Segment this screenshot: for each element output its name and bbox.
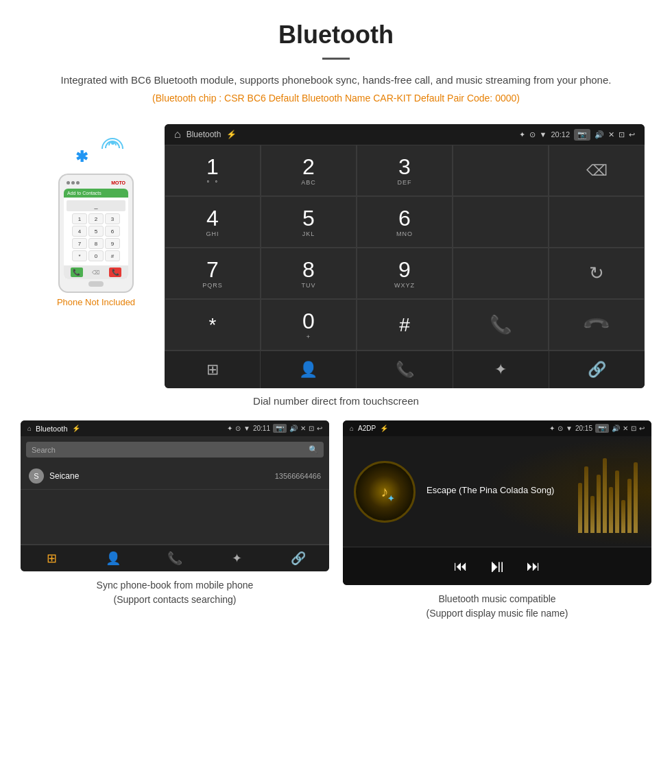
music-prev-button[interactable]: ⏮: [454, 558, 468, 574]
phone-body: MOTO Add to Contacts _ 1 2 3 4 5: [58, 174, 134, 293]
tab-contacts[interactable]: 👤: [261, 351, 357, 388]
phonebook-status-bar: ⌂ Bluetooth ⚡ ✦ ⊙ ▼ 20:11 📷 🔊 ✕ ⊡ ↩: [21, 420, 329, 436]
music-album-art: ♪ ✦: [354, 461, 416, 523]
time-display: 20:12: [551, 130, 570, 139]
music-controls: ⏮ ⏯ ⏭: [343, 547, 651, 585]
signal-icon: ▼: [540, 130, 547, 139]
pb-vol-icon: 🔊: [289, 425, 298, 432]
key-empty-1: [453, 145, 549, 196]
key-1[interactable]: 1 ⚬ ⚬: [165, 145, 261, 196]
page-title: Bluetooth: [41, 21, 631, 49]
pb-search-placeholder: Search: [32, 446, 56, 454]
contact-row[interactable]: S Seicane 13566664466: [21, 463, 329, 490]
music-bt-icon: ✦: [549, 425, 555, 432]
music-info: Escape (The Pina Colada Song): [427, 485, 554, 498]
pb-win-icon: ⊡: [309, 425, 314, 432]
pb-bt-icon: ✦: [227, 425, 232, 432]
camera-icon: 📷: [574, 129, 590, 141]
key-hangup[interactable]: 📞: [549, 299, 645, 351]
phone-mockup: ✱ MOTO Add to Contacts: [27, 138, 165, 307]
key-7[interactable]: 7 PQRS: [165, 248, 261, 299]
music-next-button[interactable]: ⏭: [527, 558, 540, 574]
key-star[interactable]: *: [165, 299, 261, 351]
key-hash[interactable]: #: [357, 299, 453, 351]
contact-name: Seicane: [49, 471, 275, 481]
pb-signal-icon: ▼: [243, 425, 250, 432]
tab-keypad[interactable]: ⊞: [165, 351, 261, 388]
phone-not-included: Phone Not Included: [57, 297, 135, 307]
tab-link[interactable]: 🔗: [549, 351, 645, 388]
music-time: 20:15: [575, 425, 592, 432]
music-back-icon: ↩: [639, 425, 645, 432]
bluetooth-icon: ✦: [519, 130, 525, 139]
home-icon: ⌂: [174, 128, 181, 141]
key-empty-3: [549, 196, 645, 248]
key-empty-2: [453, 196, 549, 248]
music-close-icon: ✕: [623, 425, 628, 432]
dial-screen-title: Bluetooth: [187, 130, 221, 139]
bottom-section: ⌂ Bluetooth ⚡ ✦ ⊙ ▼ 20:11 📷 🔊 ✕ ⊡ ↩: [0, 420, 672, 621]
pb-loc-icon: ⊙: [235, 425, 241, 432]
pb-tab-contacts[interactable]: 👤: [82, 551, 144, 566]
music-title: A2DP: [358, 425, 376, 432]
pb-tab-link[interactable]: 🔗: [267, 551, 329, 566]
location-icon: ⊙: [529, 130, 536, 139]
pb-tab-keypad[interactable]: ⊞: [21, 551, 82, 566]
key-call[interactable]: 📞: [453, 299, 549, 351]
key-6[interactable]: 6 MNO: [357, 196, 453, 248]
key-empty-4: [453, 248, 549, 299]
music-usb-icon: ⚡: [380, 425, 388, 432]
pb-close-icon: ✕: [300, 425, 306, 432]
key-2[interactable]: 2 ABC: [261, 145, 357, 196]
contact-letter: S: [29, 468, 44, 484]
phonebook-screen: ⌂ Bluetooth ⚡ ✦ ⊙ ▼ 20:11 📷 🔊 ✕ ⊡ ↩: [21, 420, 329, 571]
volume-icon: 🔊: [595, 130, 604, 139]
key-0[interactable]: 0 +: [261, 299, 357, 351]
music-loc-icon: ⊙: [557, 425, 563, 432]
key-8[interactable]: 8 TUV: [261, 248, 357, 299]
key-3[interactable]: 3 DEF: [357, 145, 453, 196]
usb-icon: ⚡: [226, 130, 237, 139]
music-screen: ⌂ A2DP ⚡ ✦ ⊙ ▼ 20:15 📷 🔊 ✕ ⊡ ↩: [343, 420, 651, 585]
page-header: Bluetooth Integrated with BC6 Bluetooth …: [0, 0, 672, 124]
pb-back-icon: ↩: [317, 425, 322, 432]
tab-bluetooth[interactable]: ✦: [453, 351, 549, 388]
keypad-grid: 1 ⚬ ⚬ 2 ABC 3 DEF ⌫ 4 GHI: [165, 145, 645, 351]
dial-screen: ⌂ Bluetooth ⚡ ✦ ⊙ ▼ 20:12 📷 🔊 ✕ ⊡ ↩: [165, 124, 645, 388]
pb-tab-calls[interactable]: 📞: [144, 551, 206, 566]
dial-caption: Dial number direct from touchscreen: [0, 395, 672, 407]
dial-status-bar: ⌂ Bluetooth ⚡ ✦ ⊙ ▼ 20:12 📷 🔊 ✕ ⊡ ↩: [165, 124, 645, 145]
phonebook-caption: Sync phone-book from mobile phone (Suppo…: [21, 578, 329, 607]
pb-search-bar[interactable]: Search 🔍: [26, 442, 324, 458]
music-win-icon: ⊡: [631, 425, 636, 432]
back-icon: ↩: [629, 130, 635, 139]
pb-bottom-tabs: ⊞ 👤 📞 ✦ 🔗: [21, 545, 329, 571]
key-9[interactable]: 9 WXYZ: [357, 248, 453, 299]
page-description: Integrated with BC6 Bluetooth module, su…: [41, 72, 631, 88]
music-status-bar: ⌂ A2DP ⚡ ✦ ⊙ ▼ 20:15 📷 🔊 ✕ ⊡ ↩: [343, 420, 651, 436]
search-icon: 🔍: [309, 445, 318, 454]
music-signal-icon: ▼: [566, 425, 573, 432]
tab-calls[interactable]: 📞: [357, 351, 453, 388]
pb-usb-icon: ⚡: [72, 425, 80, 432]
music-home-icon: ⌂: [350, 425, 354, 432]
dial-bottom-tabs: ⊞ 👤 📞 ✦ 🔗: [165, 351, 645, 388]
music-caption: Bluetooth music compatible (Support disp…: [343, 592, 651, 621]
pb-time: 20:11: [253, 425, 270, 432]
main-section: ✱ MOTO Add to Contacts: [0, 124, 672, 388]
music-play-button[interactable]: ⏯: [488, 556, 506, 577]
key-backspace[interactable]: ⌫: [549, 145, 645, 196]
pb-tab-bluetooth[interactable]: ✦: [206, 551, 267, 566]
bluetooth-specs: (Bluetooth chip : CSR BC6 Default Blueto…: [41, 93, 631, 104]
music-content: ♪ ✦ Escape (The Pina Colada Song): [343, 436, 651, 547]
key-5[interactable]: 5 JKL: [261, 196, 357, 248]
pb-title: Bluetooth: [36, 425, 67, 433]
key-4[interactable]: 4 GHI: [165, 196, 261, 248]
window-icon: ⊡: [619, 130, 625, 139]
music-vol-icon: 🔊: [612, 425, 620, 432]
dial-screen-container: ⌂ Bluetooth ⚡ ✦ ⊙ ▼ 20:12 📷 🔊 ✕ ⊡ ↩: [165, 124, 645, 388]
key-redial[interactable]: ↻: [549, 248, 645, 299]
pb-home-icon: ⌂: [27, 425, 32, 432]
music-song-title: Escape (The Pina Colada Song): [427, 485, 554, 495]
pb-cam-icon: 📷: [273, 424, 287, 433]
